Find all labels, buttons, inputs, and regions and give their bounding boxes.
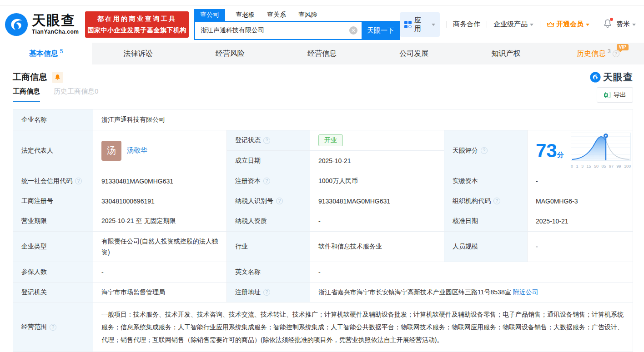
clear-search-icon[interactable]: ✕ xyxy=(349,26,357,35)
table-row: 统一社会信用代码 91330481MAG0MHG631 注册资本 1000万人民… xyxy=(13,171,633,191)
tianyancha-watermark-icon xyxy=(590,72,601,83)
table-row: 法定代表人 汤 汤敬华 登记状态 开业 成立日期 xyxy=(13,130,633,171)
tab-operation-info[interactable]: 经营信息 xyxy=(276,43,368,64)
subtab-history-business-info[interactable]: 历史工商信息0 xyxy=(54,87,98,101)
help-icon[interactable] xyxy=(263,137,270,144)
label-registration-status: 登记状态 xyxy=(226,130,310,150)
tab-operation-risk[interactable]: 经营风险 xyxy=(184,43,276,64)
label-company-name: 企业名称 xyxy=(13,109,93,130)
tianyancha-logo[interactable]: 天眼查 TianYanCha.com xyxy=(5,13,79,36)
export-button[interactable]: 导出 xyxy=(597,87,633,103)
section-header: 工商信息 天眼查 xyxy=(13,64,633,87)
value-registration-authority: 海宁市市场监督管理局 xyxy=(93,283,226,302)
value-business-term: 2025-10-21 至 无固定期限 xyxy=(93,211,226,231)
help-icon[interactable] xyxy=(493,198,500,204)
search-area: 查公司 查老板 查关系 查风险 ✕ 天眼一下 xyxy=(194,9,400,40)
table-row: 企业类型 有限责任公司(自然人投资或控股的法人独资) 行业 软件和信息技术服务业… xyxy=(13,231,633,262)
company-tabs: 基本信息5 法律诉讼 经营风险 经营信息 公司发展 知识产权 历史信息3 VIP xyxy=(0,43,644,64)
value-business-scope: 一般项目：技术服务、技术开发、技术咨询、技术交流、技术转让、技术推广；计算机软硬… xyxy=(93,302,633,352)
chevron-down-icon xyxy=(632,24,636,26)
legal-rep-link[interactable]: 汤敬华 xyxy=(127,146,147,155)
tianyancha-logo-icon xyxy=(5,13,28,36)
label-staff-size: 人员规模 xyxy=(444,232,527,262)
watermark-logo: 天眼查 xyxy=(590,71,633,84)
search-tab-relation[interactable]: 查关系 xyxy=(267,9,286,21)
apps-grid-icon xyxy=(404,21,412,28)
score-axis: 0131550859799100 xyxy=(571,164,631,169)
label-paid-capital: 实缴资本 xyxy=(444,171,527,191)
top-strip xyxy=(0,0,644,6)
value-insured-count: - xyxy=(93,262,226,282)
search-tab-company[interactable]: 查公司 xyxy=(194,9,225,21)
value-industry: 软件和信息技术服务业 xyxy=(310,232,444,262)
brand-domain: TianYanCha.com xyxy=(32,29,79,35)
main-content: 工商信息 天眼查 工商信息 历史工商信息0 xyxy=(0,64,644,352)
tab-intellectual-property[interactable]: 知识产权 xyxy=(460,43,552,64)
watermark-text: 天眼查 xyxy=(603,71,633,84)
search-tab-risk[interactable]: 查风险 xyxy=(298,9,317,21)
label-business-scope: 经营范围 xyxy=(13,302,93,352)
header-nav: 应用 商务合作 企业级产品 开通会员 xyxy=(400,12,636,37)
subtab-business-info[interactable]: 工商信息 xyxy=(13,87,40,102)
nav-apps[interactable]: 应用 xyxy=(400,12,440,37)
promo-line-2: 国家中小企业发展子基金旗下机构 xyxy=(88,25,187,36)
label-industry: 行业 xyxy=(226,232,310,262)
help-icon[interactable] xyxy=(276,198,283,204)
help-icon[interactable] xyxy=(75,178,82,184)
table-row: 营业期限 2025-10-21 至 无固定期限 纳税人资质 - 核准日期 202… xyxy=(13,211,633,231)
nav-open-vip[interactable]: 开通会员 xyxy=(547,20,589,29)
table-row: 登记状态 开业 xyxy=(226,130,444,150)
value-legal-representative: 汤 汤敬华 xyxy=(93,130,226,171)
value-registered-address: 浙江省嘉兴市海宁市长安镇海宁高新技术产业园区纬三路11号8538室 附近公司 xyxy=(310,283,633,302)
table-row: 经营范围 一般项目：技术服务、技术开发、技术咨询、技术交流、技术转让、技术推广；… xyxy=(13,302,633,352)
value-registered-capital: 1000万人民币 xyxy=(310,171,444,191)
help-icon[interactable] xyxy=(481,147,488,154)
value-company-name: 浙江声通科技有限公司 xyxy=(93,109,633,130)
nav-user[interactable]: 费米 xyxy=(616,20,636,29)
value-staff-size: - xyxy=(527,232,633,262)
score-number: 73 xyxy=(536,140,557,161)
label-taxpayer-id: 纳税人识别号 xyxy=(226,191,310,211)
label-organization-code: 组织机构代码 xyxy=(444,191,527,211)
label-registration-authority: 登记机关 xyxy=(13,283,93,302)
search-input[interactable] xyxy=(194,21,362,40)
value-paid-capital: - xyxy=(527,171,633,191)
table-row: 成立日期 2025-10-21 xyxy=(226,150,444,171)
label-insured-count: 参保人数 xyxy=(13,262,93,282)
value-tianyan-score: 73分 xyxy=(527,130,633,171)
monitor-bell-button[interactable] xyxy=(52,72,63,83)
help-icon[interactable] xyxy=(50,324,56,331)
tab-basic-info[interactable]: 基本信息5 xyxy=(0,43,92,64)
table-row: 登记机关 海宁市市场监督管理局 注册地址 浙江省嘉兴市海宁市长安镇海宁高新技术产… xyxy=(13,282,633,302)
nav-business-cooperation[interactable]: 商务合作 xyxy=(453,20,480,29)
promo-banner: 都在用的商业查询工具 国家中小企业发展子基金旗下机构 xyxy=(85,11,189,38)
bell-icon xyxy=(55,74,60,80)
help-icon[interactable] xyxy=(263,289,270,296)
subtab-row: 工商信息 历史工商信息0 导出 xyxy=(13,87,633,109)
nav-enterprise-products[interactable]: 企业级产品 xyxy=(493,20,533,29)
table-row: 工商注册号 330481000696191 纳税人识别号 91330481MAG… xyxy=(13,191,633,211)
label-registration-number: 工商注册号 xyxy=(13,191,93,211)
search-tab-boss[interactable]: 查老板 xyxy=(236,9,255,21)
nearby-companies-link[interactable]: 附近公司 xyxy=(513,288,538,297)
label-credit-code: 统一社会信用代码 xyxy=(13,171,93,191)
section-title: 工商信息 xyxy=(13,71,47,83)
label-registered-address: 注册地址 xyxy=(226,283,310,302)
value-establish-date: 2025-10-21 xyxy=(310,151,444,171)
legal-rep-avatar[interactable]: 汤 xyxy=(101,141,121,161)
promo-line-1: 都在用的商业查询工具 xyxy=(97,13,177,25)
tab-company-development[interactable]: 公司发展 xyxy=(368,43,460,64)
tab-history-info[interactable]: 历史信息3 VIP xyxy=(552,43,644,64)
notifications-bell[interactable] xyxy=(604,19,612,30)
label-english-name: 英文名称 xyxy=(226,262,310,282)
value-english-name: - xyxy=(310,262,633,282)
label-tianyan-score: 天眼评分 xyxy=(444,130,527,171)
excel-icon xyxy=(604,91,611,99)
value-credit-code: 91330481MAG0MHG631 xyxy=(93,171,226,191)
search-button[interactable]: 天眼一下 xyxy=(362,21,400,40)
crown-icon xyxy=(547,21,554,28)
value-taxpayer-id: 91330481MAG0MHG631 xyxy=(310,191,444,211)
label-approval-date: 核准日期 xyxy=(444,211,527,231)
help-icon[interactable] xyxy=(263,178,270,184)
tab-legal-proceedings[interactable]: 法律诉讼 xyxy=(92,43,184,64)
